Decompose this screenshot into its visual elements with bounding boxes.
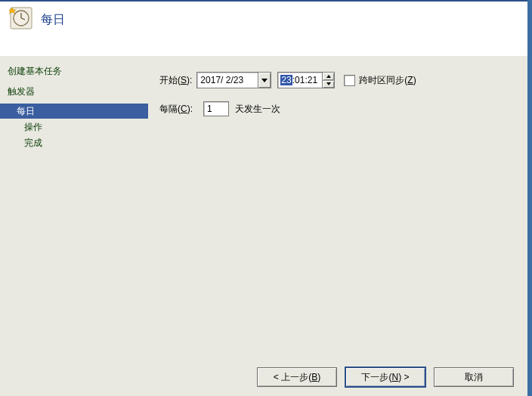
start-time-spinner[interactable]: 23:01:21 — [277, 72, 335, 88]
back-button[interactable]: < 上一步(B) — [257, 367, 337, 387]
sidebar-step-action: 操作 — [8, 119, 141, 135]
next-button[interactable]: 下一步(N) > — [345, 367, 426, 388]
time-spin-down[interactable] — [323, 80, 334, 88]
time-spin-buttons — [322, 73, 334, 88]
start-time-value: 23:01:21 — [278, 73, 322, 88]
time-spin-up[interactable] — [323, 73, 334, 80]
start-date-dropdown-button[interactable] — [258, 73, 271, 88]
sync-timezone-label: 跨时区同步(Z) — [359, 74, 416, 87]
chevron-down-icon — [326, 82, 331, 85]
interval-label: 每隔(C): — [159, 103, 193, 116]
sidebar-step-trigger: 触发器 — [0, 82, 148, 103]
sidebar-step-finish: 完成 — [8, 135, 141, 150]
start-date-value: 2017/ 2/23 — [200, 75, 258, 85]
cancel-button[interactable]: 取消 — [434, 367, 514, 387]
sidebar-step-create: 创建基本任务 — [0, 62, 148, 82]
sidebar-step-daily[interactable]: 每日 — [0, 104, 148, 119]
chevron-up-icon — [326, 75, 331, 78]
wizard-title: 每日 — [41, 12, 65, 28]
wizard-body: 创建基本任务 触发器 每日 操作 完成 开始(S): 2017/ 2/23 23… — [0, 56, 527, 396]
wizard-window: 每日 创建基本任务 触发器 每日 操作 完成 开始(S): 2017/ 2/23 — [0, 0, 532, 396]
interval-unit-label: 天发生一次 — [235, 103, 280, 116]
start-label: 开始(S): — [159, 74, 192, 87]
wizard-sidebar: 创建基本任务 触发器 每日 操作 完成 — [0, 56, 148, 396]
sync-timezone-checkbox[interactable] — [344, 75, 355, 86]
sync-timezone-checkbox-wrap[interactable]: 跨时区同步(Z) — [344, 74, 416, 87]
interval-input[interactable]: 1 — [203, 101, 229, 116]
chevron-down-icon — [261, 79, 268, 82]
start-row: 开始(S): 2017/ 2/23 23:01:21 跨 — [159, 71, 416, 89]
start-date-picker[interactable]: 2017/ 2/23 — [196, 72, 271, 88]
interval-value: 1 — [207, 104, 212, 114]
wizard-content: 开始(S): 2017/ 2/23 23:01:21 跨 — [148, 56, 527, 351]
interval-row: 每隔(C): 1 天发生一次 — [159, 100, 280, 118]
wizard-footer: < 上一步(B) 下一步(N) > 取消 — [0, 358, 527, 396]
clock-icon — [9, 6, 33, 30]
wizard-header: 每日 — [0, 0, 527, 57]
